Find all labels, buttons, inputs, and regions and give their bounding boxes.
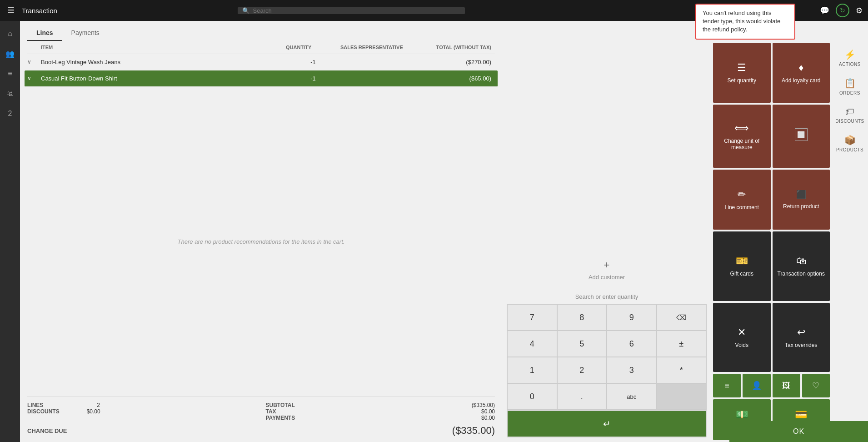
set-quantity-icon: ☰ [737, 62, 746, 74]
chat-icon[interactable]: 💬 [820, 6, 829, 15]
numpad-9[interactable]: 9 [607, 305, 656, 330]
numpad-backspace[interactable]: ⌫ [657, 305, 706, 330]
numpad-6[interactable]: 6 [607, 331, 656, 357]
numpad-empty [657, 384, 706, 409]
add-customer-button[interactable]: + Add customer [507, 250, 707, 290]
row-chevron-2: ∨ [27, 75, 41, 81]
actions-label: ACTIONS [839, 62, 861, 67]
pay-cash-icon: 💵 [736, 409, 748, 421]
set-quantity-label: Set quantity [728, 77, 756, 84]
action-panel: ☰ Set quantity ♦ Add loyalty card ⟺ Chan… [711, 41, 832, 442]
badge-number: 2 [8, 110, 12, 118]
products-label: PRODUCTS [836, 147, 863, 152]
sidebar-bag[interactable]: 🛍 [1, 85, 19, 103]
hamburger-icon[interactable]: ☰ [5, 4, 16, 17]
row-qty-1: -1 [286, 59, 340, 65]
subtotal-value: ($335.00) [463, 402, 495, 408]
change-unit-button[interactable]: ⟺ Change unit of measure [713, 105, 771, 167]
sidebar-products[interactable]: 📦 PRODUCTS [833, 130, 866, 157]
sidebar-actions[interactable]: ⚡ ACTIONS [833, 45, 866, 71]
numpad-4[interactable]: 4 [508, 331, 557, 357]
search-icon: 🔍 [242, 7, 249, 14]
lines-value: 2 [68, 402, 100, 408]
payments-label: PAYMENTS [266, 415, 298, 421]
summary-discounts: DISCOUNTS $0.00 [27, 408, 257, 415]
change-due-value: ($335.00) [452, 425, 495, 437]
numpad-7[interactable]: 7 [508, 305, 557, 330]
nav-right: 💬 ↻ ⚙ [820, 4, 863, 17]
ok-button[interactable]: OK [729, 421, 868, 442]
table-header: ITEM QUANTITY SALES REPRESENTATIVE TOTAL… [27, 41, 495, 54]
tax-overrides-button[interactable]: ↩ Tax overrides [773, 303, 830, 372]
error-tooltip: You can't refund using this tender type,… [695, 4, 795, 40]
numpad-grid: 7 8 9 ⌫ 4 5 6 ± 1 2 3 * 0 . abc [507, 304, 707, 410]
line-comment-icon: ✏ [738, 189, 746, 201]
numpad-8[interactable]: 8 [558, 305, 607, 330]
summary-tax: TAX $0.00 [266, 408, 495, 415]
numpad-multiply[interactable]: * [657, 357, 706, 383]
refresh-icon[interactable]: ↻ [836, 4, 849, 17]
numpad-section: + Add customer Search or enter quantity … [502, 41, 711, 442]
left-sidebar: ⌂ 👥 ≡ 🛍 2 [0, 21, 20, 442]
main-layout: ⌂ 👥 ≡ 🛍 2 Lines Payments ITEM QUANTITY S… [0, 21, 868, 442]
numpad-1[interactable]: 1 [508, 357, 557, 383]
icon-btn-4[interactable]: ♡ [802, 374, 830, 397]
discounts-value: $0.00 [69, 408, 100, 415]
col-total: TOTAL (WITHOUT TAX) [422, 45, 495, 50]
transaction-options-label: Transaction options [778, 271, 825, 277]
gift-cards-icon: 🎫 [736, 255, 748, 267]
numpad-abc[interactable]: abc [607, 384, 656, 409]
sidebar-home[interactable]: ⌂ [1, 25, 19, 43]
change-unit-icon: ⟺ [734, 122, 749, 134]
numpad-2[interactable]: 2 [558, 357, 607, 383]
numpad-0[interactable]: 0 [508, 384, 557, 409]
transaction-options-button[interactable]: 🛍 Transaction options [773, 231, 830, 301]
sidebar-badge[interactable]: 2 [1, 105, 19, 123]
tax-overrides-label: Tax overrides [785, 342, 817, 348]
numpad-dot[interactable]: . [558, 384, 607, 409]
line-comment-button[interactable]: ✏ Line comment [713, 170, 771, 230]
sidebar-people[interactable]: 👥 [1, 45, 19, 63]
change-unit-label: Change unit of measure [717, 138, 767, 151]
discounts-label: DISCOUNTS [27, 408, 60, 415]
lines-label: LINES [27, 402, 59, 408]
numpad-3[interactable]: 3 [607, 357, 656, 383]
transaction-options-icon: 🛍 [796, 255, 806, 267]
numpad-5[interactable]: 5 [558, 331, 607, 357]
sidebar-orders[interactable]: 📋 ORDERS [833, 73, 866, 100]
action4-icon: ⬜ [795, 128, 808, 141]
settings-icon[interactable]: ⚙ [856, 6, 863, 15]
return-product-label: Return product [783, 203, 819, 210]
row-chevron-1: ∨ [27, 59, 41, 65]
icon-btn-2[interactable]: 👤 [743, 374, 770, 397]
action4-button[interactable]: ⬜ [773, 105, 830, 167]
icon-btn-3[interactable]: 🖼 [773, 374, 800, 397]
content-area: Lines Payments ITEM QUANTITY SALES REPRE… [20, 21, 868, 442]
search-input[interactable] [253, 7, 460, 14]
return-product-button[interactable]: ⬛ Return product [773, 170, 830, 230]
summary-section: LINES 2 DISCOUNTS $0.00 SUBTOTAL ( [27, 396, 495, 442]
add-customer-label: Add customer [589, 274, 625, 281]
table-row-selected[interactable]: ∨ Casual Fit Button-Down Shirt -1 ($65.0… [25, 70, 498, 87]
set-quantity-button[interactable]: ☰ Set quantity [713, 43, 771, 103]
discounts-icon: 🏷 [845, 106, 854, 117]
error-message: You can't refund using this tender type,… [703, 10, 780, 33]
col-quantity: QUANTITY [286, 45, 340, 50]
icon-btn-1[interactable]: ≡ [713, 374, 741, 397]
tax-label: TAX [266, 408, 298, 415]
add-loyalty-card-button[interactable]: ♦ Add loyalty card [773, 43, 830, 103]
sidebar-discounts[interactable]: 🏷 DISCOUNTS [833, 102, 866, 128]
tab-lines[interactable]: Lines [27, 25, 62, 41]
empty-message: There are no product recommendations for… [27, 87, 495, 396]
table-row[interactable]: ∨ Boot-Leg Vintage Wash Jeans -1 ($270.0… [27, 54, 495, 70]
voids-button[interactable]: ✕ Voids [713, 303, 771, 372]
numpad-plusminus[interactable]: ± [657, 331, 706, 357]
row-total-1: ($270.00) [422, 59, 495, 65]
tab-payments[interactable]: Payments [62, 25, 109, 41]
sidebar-menu[interactable]: ≡ [1, 65, 19, 83]
enter-button[interactable]: ↵ [508, 411, 706, 437]
gift-cards-button[interactable]: 🎫 Gift cards [713, 231, 771, 301]
row-qty-2: -1 [286, 75, 340, 82]
app-title: Transaction [22, 7, 57, 15]
search-bar: 🔍 [238, 7, 465, 14]
